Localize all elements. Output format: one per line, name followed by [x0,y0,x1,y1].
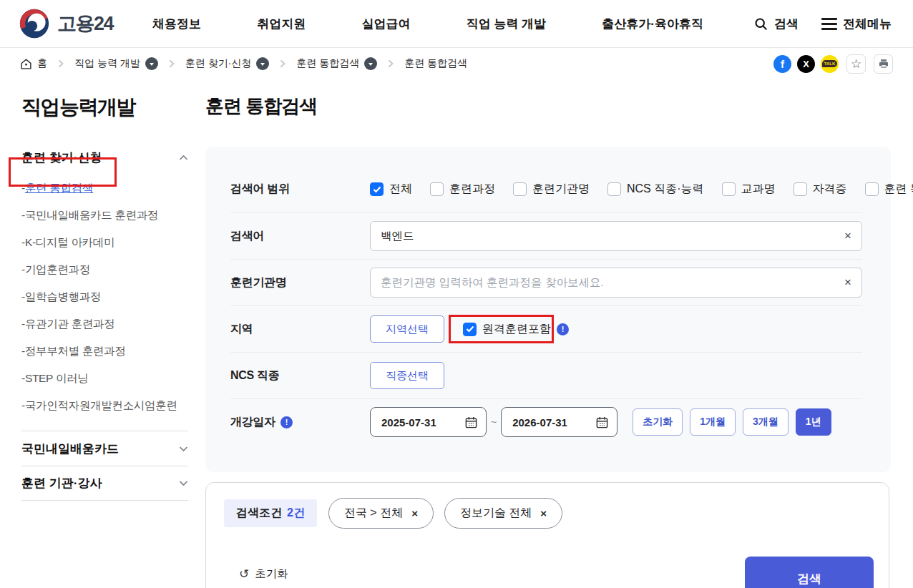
sidebar-item-nhrd-consortium[interactable]: -국가인적자원개발컨소시엄훈련 [21,392,188,419]
breadcrumb-item-vocational-development[interactable]: 직업 능력 개발 [74,57,158,70]
calendar-icon[interactable] [595,416,609,429]
checkbox-unchecked-icon[interactable] [722,182,736,196]
keyword-input[interactable] [370,221,862,251]
checkbox-unchecked-icon[interactable] [430,182,444,196]
sidebar-item-corporate-training[interactable]: -기업훈련과정 [21,256,188,283]
nav-item-employment-info[interactable]: 채용정보 [152,16,201,32]
keyword-row: 검색어 × [230,212,862,259]
region-label: 지역 [230,322,370,337]
date-from-box [370,407,487,437]
search-icon [753,16,768,31]
nav-item-job-support[interactable]: 취업지원 [257,16,306,32]
date-quick-buttons: 초기화 1개월 3개월 1년 [633,408,831,436]
checkbox-unchecked-icon[interactable] [513,182,527,196]
date-to-input[interactable] [511,416,591,429]
search-conditions-panel: 검색조건 2건 전국 > 전체 × 정보기술 전체 × ↺ 초기화 검색 [205,482,889,588]
chip-close-icon[interactable]: × [540,507,547,519]
date-from-input[interactable] [380,416,460,429]
all-menu-button[interactable]: 전체메뉴 [821,16,892,32]
conditions-count: 2건 [287,506,305,521]
search-form-panel: 검색어 범위 전체 훈련과정 훈련기관명 NCS 직종·능력 [205,147,891,472]
breadcrumb-separator-icon [169,59,175,68]
hamburger-icon [821,18,837,30]
breadcrumb-item-training-find-apply[interactable]: 훈련 찾기·신청 [185,57,270,70]
search-submit-button[interactable]: 검색 [745,557,874,588]
checkbox-unchecked-icon[interactable] [794,182,807,196]
gov24-logo[interactable]: 고용24 [19,8,113,39]
checkbox-training-goal[interactable]: 훈련 목표 [865,182,913,197]
keyword-input-wrap: × [370,221,862,251]
checkbox-checked-icon[interactable] [370,182,384,196]
checkbox-subject-name[interactable]: 교과명 [722,182,776,197]
checkbox-training-course[interactable]: 훈련과정 [430,182,495,197]
sidebar-item-k-digital-academy[interactable]: -K-디지털 아카데미 [21,229,188,256]
nav-item-unemployment-benefits[interactable]: 실업급여 [361,16,410,32]
sidebar-section-institution-instructor[interactable]: 훈련 기관·강사 [21,466,188,501]
search-label: 검색 [774,16,799,32]
all-menu-label: 전체메뉴 [843,16,892,32]
checkbox-certificate[interactable]: 자격증 [794,182,847,197]
institution-row: 훈련기관명 × [230,259,862,305]
breadcrumb-home-link[interactable]: 홈 [20,57,47,70]
checkbox-checked-icon[interactable] [463,323,477,336]
chip-close-icon[interactable]: × [411,507,418,519]
checkbox-institution-name[interactable]: 훈련기관명 [513,182,590,197]
keyword-label: 검색어 [230,229,370,244]
checkbox-all[interactable]: 전체 [370,182,412,197]
sidebar-section-training-find-apply[interactable]: 훈련 찾기·신청 [21,147,188,175]
sidebar-item-nextcard-courses[interactable]: -국민내일배움카드 훈련과정 [21,202,188,229]
page-title: 훈련 통합검색 [205,94,317,119]
breadcrumb-dropdown-icon[interactable] [256,57,269,70]
date-1month-button[interactable]: 1개월 [690,408,736,436]
checkbox-unchecked-icon[interactable] [607,182,621,196]
breadcrumb: 홈 직업 능력 개발 훈련 찾기·신청 훈련 통합검색 훈련 통합검색 [20,57,773,70]
nav-item-vocational-development[interactable]: 직업 능력 개발 [467,16,546,32]
date-3month-button[interactable]: 3개월 [743,408,788,436]
sidebar-item-ministry-training[interactable]: -정부부처별 훈련과정 [21,338,188,365]
date-reset-button[interactable]: 초기화 [633,408,683,436]
reset-button[interactable]: ↺ 초기화 [239,567,288,582]
breadcrumb-item-unified-search-dropdown[interactable]: 훈련 통합검색 [296,57,377,70]
checkbox-ncs-job-ability[interactable]: NCS 직종·능력 [607,182,704,197]
ncs-label: NCS 직종 [230,368,370,383]
checkbox-unchecked-icon[interactable] [865,182,879,196]
info-icon[interactable]: ! [280,416,293,428]
print-button[interactable] [874,54,893,74]
ncs-select-button[interactable]: 직종선택 [370,362,444,389]
institution-input[interactable] [370,268,862,298]
condition-chip-region[interactable]: 전국 > 전체 × [328,498,434,529]
breadcrumb-home-label: 홈 [37,57,47,70]
sidebar: 직업능력개발 훈련 찾기·신청 -훈련 통합검색 -국민내일배움카드 훈련과정 … [21,94,188,501]
sidebar-item-work-learning-parallel[interactable]: -일학습병행과정 [21,283,188,310]
condition-chip-it[interactable]: 정보기술 전체 × [444,498,562,529]
header-search-button[interactable]: 검색 [753,16,799,32]
sidebar-item-unified-search[interactable]: -훈련 통합검색 [21,175,188,202]
kakao-talk-icon: TALK [822,60,838,67]
region-select-button[interactable]: 지역선택 [370,315,444,343]
sidebar-item-step-elearning[interactable]: -STEP 이러닝 [21,365,188,392]
sidebar-item-related-agency-training[interactable]: -유관기관 훈련과정 [21,310,188,338]
favorite-button[interactable]: ☆ [846,54,866,74]
date-1year-button[interactable]: 1년 [796,408,831,436]
remote-training-checkbox[interactable]: 원격훈련포함 ! [463,322,569,337]
chevron-up-icon [179,155,188,161]
breadcrumb-dropdown-icon[interactable] [364,57,377,70]
institution-clear-button[interactable]: × [836,271,859,294]
nav-item-maternity-childcare-leave[interactable]: 출산휴가·육아휴직 [602,16,703,32]
calendar-icon[interactable] [464,416,478,429]
info-icon[interactable]: ! [557,323,569,335]
share-toolbar: f X TALK ☆ [773,54,893,74]
gov-emblem-icon [19,8,50,39]
keyword-clear-button[interactable]: × [836,225,859,248]
logo-text: 고용24 [57,11,113,36]
breadcrumb-dropdown-icon[interactable] [145,57,158,70]
x-share-button[interactable]: X [797,55,815,73]
breadcrumb-separator-icon [280,59,285,68]
header-right: 검색 전체메뉴 [753,16,892,32]
keyword-scope-options: 전체 훈련과정 훈련기관명 NCS 직종·능력 교과명 자격증 [370,182,913,197]
main-nav: 채용정보 취업지원 실업급여 직업 능력 개발 출산휴가·육아휴직 [152,16,703,32]
sidebar-title: 직업능력개발 [21,94,188,121]
facebook-share-button[interactable]: f [773,55,791,73]
sidebar-section-nextcard[interactable]: 국민내일배움카드 [21,431,188,466]
kakao-share-button[interactable]: TALK [821,55,839,73]
